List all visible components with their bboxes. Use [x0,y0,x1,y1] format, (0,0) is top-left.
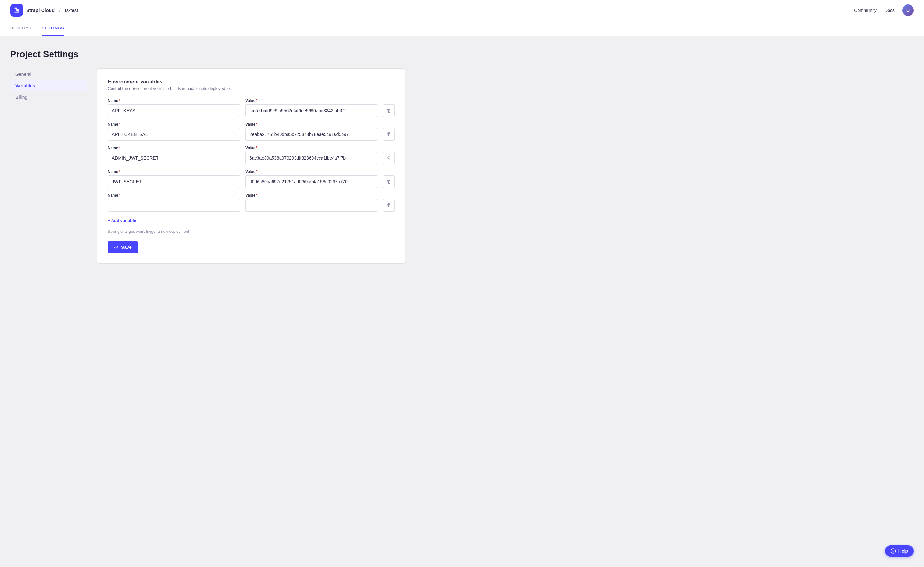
sidebar-item-variables[interactable]: Variables [10,80,87,92]
delete-variable-button-2[interactable] [383,152,394,164]
svg-rect-8 [388,156,390,157]
strapi-logo-icon [13,7,20,14]
name-field-group-2: Name* [108,146,240,164]
value-field-group-3: Value* [245,170,378,188]
delete-variable-button-0[interactable] [383,104,394,117]
header-left: Strapi Cloud / ts-test [10,4,78,17]
name-required-3: * [118,170,120,174]
tab-settings[interactable]: SETTINGS [42,21,64,36]
value-required-2: * [256,146,257,150]
value-input-4[interactable] [245,199,378,212]
name-required-1: * [118,122,120,126]
help-button[interactable]: ? Help [885,545,914,557]
trash-icon [386,132,392,137]
value-required-0: * [256,98,257,103]
variable-rows: Name* Value* [108,98,394,212]
variable-row: Name* Value* [108,98,394,117]
name-input-3[interactable] [108,175,240,188]
save-note: Saving changes won't trigger a new deplo… [108,229,394,234]
value-field-group-1: Value* [245,122,378,141]
svg-rect-12 [388,180,390,180]
main-content: Project Settings General Variables Billi… [0,36,416,276]
docs-link[interactable]: Docs [884,8,895,13]
trash-icon [386,155,392,161]
project-name: ts-test [65,8,78,13]
value-required-4: * [256,193,257,198]
value-input-0[interactable] [245,104,378,117]
variable-row: Name* Value* [108,122,394,141]
sidebar-item-general[interactable]: General [10,68,87,80]
trash-icon [386,179,392,184]
name-input-4[interactable] [108,199,240,212]
layout: General Variables Billing Environment va… [10,68,405,263]
add-variable-button[interactable]: + Add variable [108,217,136,224]
name-field-group-1: Name* [108,122,240,141]
name-label-2: Name* [108,146,240,150]
value-input-1[interactable] [245,128,378,141]
svg-rect-1 [387,109,390,110]
name-input-2[interactable] [108,152,240,164]
value-field-group-4: Value* [245,193,378,212]
value-input-3[interactable] [245,175,378,188]
help-icon: ? [891,549,896,553]
svg-text:?: ? [892,549,894,553]
header-separator: / [59,8,60,13]
name-label-4: Name* [108,193,240,198]
value-required-3: * [256,170,257,174]
svg-rect-13 [387,180,390,181]
value-field-group-2: Value* [245,146,378,164]
svg-rect-4 [388,132,390,133]
save-button[interactable]: Save [108,241,138,253]
help-label: Help [898,549,908,553]
value-label-2: Value* [245,146,378,150]
value-label-1: Value* [245,122,378,126]
value-required-1: * [256,122,257,126]
name-field-group-3: Name* [108,170,240,188]
name-label-0: Name* [108,98,240,103]
save-button-label: Save [121,245,132,250]
name-label-3: Name* [108,170,240,174]
header-right: Community Docs U [854,5,914,16]
value-input-2[interactable] [245,152,378,164]
name-field-group-0: Name* [108,98,240,117]
sidebar-item-billing[interactable]: Billing [10,92,87,103]
panel-description: Control the environment your site builds… [108,86,394,91]
value-label-4: Value* [245,193,378,198]
tab-deploys[interactable]: DEPLOYS [10,21,32,36]
user-avatar[interactable]: U [902,5,914,16]
name-field-group-4: Name* [108,193,240,212]
variable-row: Name* Value* [108,170,394,188]
app-header: Strapi Cloud / ts-test Community Docs U [0,0,924,21]
delete-variable-button-1[interactable] [383,128,394,141]
name-input-0[interactable] [108,104,240,117]
svg-rect-0 [388,109,390,109]
trash-icon [386,203,392,208]
brand-name: Strapi Cloud [26,8,55,13]
name-input-1[interactable] [108,128,240,141]
value-label-0: Value* [245,98,378,103]
community-link[interactable]: Community [854,8,877,13]
name-label-1: Name* [108,122,240,126]
page-title: Project Settings [10,49,405,60]
name-required-4: * [118,193,120,198]
nav-tabs: DEPLOYS SETTINGS [0,21,924,36]
delete-variable-button-3[interactable] [383,175,394,188]
value-field-group-0: Value* [245,98,378,117]
delete-variable-button-4[interactable] [383,199,394,212]
svg-rect-17 [387,204,390,205]
logo-box [10,4,23,17]
name-required-0: * [118,98,120,103]
trash-icon [386,108,392,113]
sidebar: General Variables Billing [10,68,87,263]
variable-row: Name* Value* [108,193,394,212]
variable-row: Name* Value* [108,146,394,164]
check-icon [114,245,118,250]
name-required-2: * [118,146,120,150]
value-label-3: Value* [245,170,378,174]
settings-panel: Environment variables Control the enviro… [97,68,405,263]
panel-title: Environment variables [108,79,394,85]
svg-rect-16 [388,203,390,204]
